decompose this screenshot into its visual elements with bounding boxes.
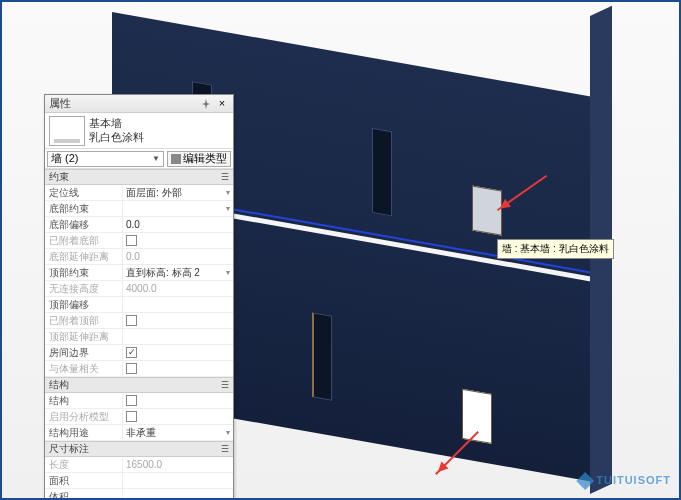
property-label: 无连接高度 — [45, 281, 123, 296]
group-header[interactable]: 尺寸标注☰ — [45, 441, 233, 457]
expand-icon: ☰ — [221, 172, 229, 182]
checkbox[interactable]: ✓ — [126, 347, 137, 358]
window-lower[interactable] — [462, 389, 492, 444]
property-value[interactable] — [123, 489, 233, 498]
property-value[interactable] — [123, 361, 233, 376]
property-label: 顶部约束 — [45, 265, 123, 280]
property-row: 与体量相关 — [45, 361, 233, 377]
chevron-down-icon: ▾ — [226, 268, 230, 277]
property-label: 与体量相关 — [45, 361, 123, 376]
chevron-down-icon: ▾ — [226, 188, 230, 197]
element-tooltip: 墙 : 基本墙 : 乳白色涂料 — [497, 239, 614, 259]
property-value[interactable] — [123, 313, 233, 328]
property-row: 定位线面层面: 外部▾ — [45, 185, 233, 201]
property-row: 体积 — [45, 489, 233, 498]
edit-type-icon — [171, 154, 181, 164]
checkbox[interactable] — [126, 363, 137, 374]
property-label: 结构用途 — [45, 425, 123, 440]
property-value[interactable] — [123, 329, 233, 344]
checkbox[interactable] — [126, 315, 137, 326]
property-row: 启用分析模型 — [45, 409, 233, 425]
logo-icon — [576, 472, 594, 490]
property-value[interactable] — [123, 297, 233, 312]
property-value[interactable]: 0.0 — [123, 249, 233, 264]
property-label: 长度 — [45, 457, 123, 472]
checkbox[interactable] — [126, 411, 137, 422]
property-row: 面积 — [45, 473, 233, 489]
property-row: 底部偏移0.0 — [45, 217, 233, 233]
property-value[interactable]: ▾ — [123, 201, 233, 216]
properties-panel: 属性 × 基本墙 乳白色涂料 墙 (2) ▼ 编辑类型 约束☰定位线面层面: 外… — [44, 94, 234, 499]
expand-icon: ☰ — [221, 444, 229, 454]
property-row: 已附着顶部 — [45, 313, 233, 329]
instance-count: 墙 (2) — [51, 151, 79, 166]
edit-type-label: 编辑类型 — [183, 151, 227, 166]
property-row: 结构用途非承重▾ — [45, 425, 233, 441]
expand-icon: ☰ — [221, 380, 229, 390]
property-label: 顶部偏移 — [45, 297, 123, 312]
door-upper-mid[interactable] — [372, 128, 392, 217]
property-value[interactable] — [123, 393, 233, 408]
property-label: 启用分析模型 — [45, 409, 123, 424]
property-value[interactable]: 0.0 — [123, 217, 233, 232]
property-value[interactable]: 非承重▾ — [123, 425, 233, 440]
property-value[interactable]: 直到标高: 标高 2▾ — [123, 265, 233, 280]
property-row: 顶部约束直到标高: 标高 2▾ — [45, 265, 233, 281]
property-label: 顶部延伸距离 — [45, 329, 123, 344]
door-lower[interactable] — [312, 312, 332, 401]
property-row: 底部延伸距离0.0 — [45, 249, 233, 265]
type-name: 乳白色涂料 — [89, 131, 229, 144]
property-label: 体积 — [45, 489, 123, 498]
property-value[interactable] — [123, 473, 233, 488]
property-label: 已附着顶部 — [45, 313, 123, 328]
panel-titlebar[interactable]: 属性 × — [45, 95, 233, 113]
property-row: 结构 — [45, 393, 233, 409]
property-label: 房间边界 — [45, 345, 123, 360]
properties-list[interactable]: 约束☰定位线面层面: 外部▾底部约束▾底部偏移0.0已附着底部底部延伸距离0.0… — [45, 169, 233, 498]
instance-selector[interactable]: 墙 (2) ▼ — [47, 151, 164, 167]
property-row: 底部约束▾ — [45, 201, 233, 217]
property-label: 面积 — [45, 473, 123, 488]
property-label: 结构 — [45, 393, 123, 408]
group-header[interactable]: 约束☰ — [45, 169, 233, 185]
checkbox[interactable] — [126, 395, 137, 406]
property-row: 无连接高度4000.0 — [45, 281, 233, 297]
property-label: 底部约束 — [45, 201, 123, 216]
pin-icon[interactable] — [201, 99, 211, 109]
type-labels: 基本墙 乳白色涂料 — [89, 117, 229, 143]
property-label: 底部偏移 — [45, 217, 123, 232]
property-row: 顶部偏移 — [45, 297, 233, 313]
chevron-down-icon: ▼ — [152, 154, 160, 163]
type-selector[interactable]: 基本墙 乳白色涂料 — [45, 113, 233, 149]
edit-type-button[interactable]: 编辑类型 — [167, 151, 231, 167]
property-row: 长度16500.0 — [45, 457, 233, 473]
property-value[interactable] — [123, 233, 233, 248]
property-value[interactable]: 16500.0 — [123, 457, 233, 472]
close-icon[interactable]: × — [215, 97, 229, 111]
watermark: TUITUISOFT — [576, 472, 671, 490]
property-row: 顶部延伸距离 — [45, 329, 233, 345]
chevron-down-icon: ▾ — [226, 428, 230, 437]
chevron-down-icon: ▾ — [226, 204, 230, 213]
property-value[interactable]: 4000.0 — [123, 281, 233, 296]
property-value[interactable]: ✓ — [123, 345, 233, 360]
checkbox[interactable] — [126, 235, 137, 246]
group-header[interactable]: 结构☰ — [45, 377, 233, 393]
property-row: 已附着底部 — [45, 233, 233, 249]
type-thumbnail — [49, 116, 85, 146]
property-value[interactable]: 面层面: 外部▾ — [123, 185, 233, 200]
property-label: 底部延伸距离 — [45, 249, 123, 264]
property-label: 定位线 — [45, 185, 123, 200]
family-name: 基本墙 — [89, 117, 229, 130]
property-label: 已附着底部 — [45, 233, 123, 248]
property-value[interactable] — [123, 409, 233, 424]
panel-title: 属性 — [49, 96, 201, 111]
property-row: 房间边界✓ — [45, 345, 233, 361]
